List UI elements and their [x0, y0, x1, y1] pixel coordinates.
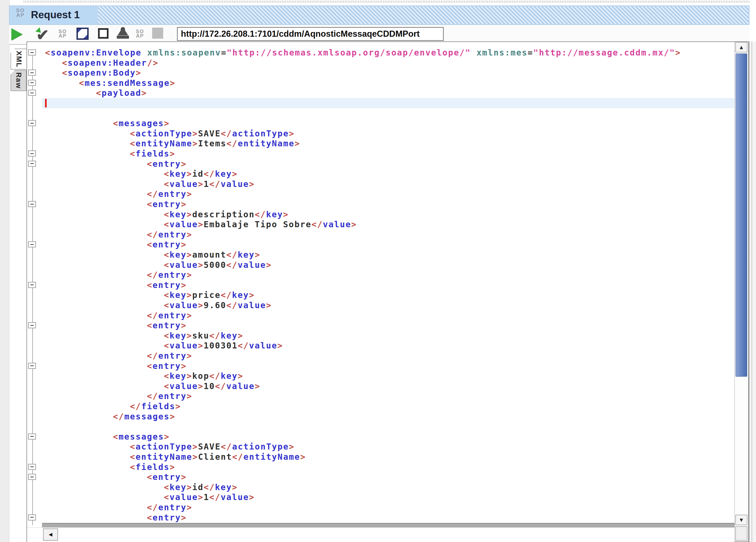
window-right-frame-line — [752, 41, 752, 542]
code-line: <key>id</key> — [42, 169, 734, 179]
horizontal-scrollbar-track[interactable] — [27, 527, 734, 542]
stamp-icon — [118, 31, 128, 35]
soap-action-button-1[interactable]: SO AP — [57, 29, 69, 38]
code-line: </entry> — [42, 351, 734, 361]
tab-xml-label: XML — [15, 51, 23, 68]
code-line: <key>price</key> — [42, 290, 734, 300]
clone-request-button[interactable] — [117, 27, 129, 41]
code-line: <soapenv:Header/> — [42, 58, 734, 68]
code-line: </fields> — [42, 401, 734, 411]
code-line: <fields> — [42, 149, 734, 159]
code-line: <key>sku</key> — [42, 331, 734, 341]
window-top-hatch — [23, 1, 750, 3]
code-line: <actionType>SAVE</actionType> — [42, 441, 734, 452]
code-line: </entry> — [42, 270, 734, 280]
tab-raw-label: Raw — [14, 72, 23, 89]
window-title: Request 1 — [31, 9, 80, 21]
code-line: <value>5000</value> — [42, 260, 734, 270]
code-line: <actionType>SAVE</actionType> — [42, 128, 734, 139]
code-line: <entry> — [42, 239, 734, 250]
code-line: <entityName>Client</entityName> — [42, 452, 734, 462]
code-line: <value>100301</value> — [42, 340, 734, 351]
code-line: <entry> — [42, 320, 734, 331]
code-line: <entry> — [42, 280, 734, 290]
code-line: <entry> — [42, 199, 734, 209]
soap-icon-bottom-text: AP — [13, 13, 28, 17]
soapui-request-icon: SO AP — [13, 8, 28, 17]
code-line: <entry> — [42, 472, 734, 482]
recreate-request-button[interactable] — [76, 28, 89, 40]
submit-request-button[interactable] — [11, 28, 22, 40]
code-line: <messages> — [42, 118, 734, 128]
code-line: <entityName>Items</entityName> — [42, 138, 734, 149]
code-line: <soapenv:Body> — [42, 68, 734, 78]
code-line: <value>9.60</value> — [42, 300, 734, 310]
xml-code-area[interactable]: <soapenv:Envelope xmlns:soapenv="http://… — [27, 42, 734, 541]
scroll-up-icon: ▲ — [739, 44, 744, 51]
code-line: </entry> — [42, 391, 734, 401]
endpoint-url-field[interactable]: http://172.26.208.1:7101/cddm/AqnosticMe… — [177, 27, 444, 41]
titlebar-pattern — [98, 6, 749, 24]
code-line: </entry> — [42, 229, 734, 240]
soapui-request-window: SO AP Request 1 ✔ SO AP SO AP http://172… — [0, 0, 756, 542]
scroll-down-icon: ▼ — [739, 517, 744, 523]
window-left-strip — [0, 0, 9, 542]
code-line: <value>Embalaje Tipo Sobre</value> — [42, 219, 734, 229]
code-line: <entry> — [42, 159, 734, 169]
code-line: </entry> — [42, 502, 734, 512]
vertical-scrollbar-thumb[interactable] — [736, 54, 747, 377]
create-empty-button[interactable] — [98, 28, 109, 39]
code-line: <entry> — [42, 512, 734, 523]
code-line: <mes:sendMessage> — [42, 78, 734, 88]
scroll-left-icon: ◄ — [47, 531, 54, 538]
code-line: </entry> — [42, 189, 734, 199]
code-line: <payload> — [42, 88, 734, 98]
window-right-frame — [749, 41, 756, 542]
code-line: <messages> — [42, 432, 734, 442]
scroll-down-button[interactable]: ▼ — [735, 515, 747, 525]
scrollbar-corner — [735, 526, 747, 541]
soap-letters-icon: AP — [134, 34, 146, 38]
add-to-testcase-button[interactable]: ✔ — [36, 28, 50, 43]
tab-raw[interactable]: Raw — [10, 70, 27, 91]
code-line: <key>kop</key> — [42, 371, 734, 381]
stamp-icon — [117, 36, 129, 39]
tab-xml[interactable]: XML — [10, 49, 27, 70]
xml-editor-panel[interactable]: <soapenv:Envelope xmlns:soapenv="http://… — [27, 41, 749, 542]
soap-letters-icon: AP — [57, 34, 69, 38]
code-line: <value>1</value> — [42, 179, 734, 189]
stamp-icon — [121, 27, 125, 31]
soap-action-button-2[interactable]: SO AP — [134, 29, 146, 38]
code-line: <soapenv:Envelope xmlns:soapenv="http://… — [42, 47, 734, 58]
code-line: <value>10</value> — [42, 381, 734, 391]
code-line: </entry> — [42, 310, 734, 321]
disabled-button — [152, 28, 163, 39]
code-line: <entry> — [42, 361, 734, 371]
caret-line-highlight — [42, 98, 734, 108]
scroll-up-button[interactable]: ▲ — [735, 42, 747, 52]
internal-frame-titlebar[interactable]: SO AP Request 1 — [9, 6, 749, 25]
code-line: <value>1</value> — [42, 492, 734, 502]
code-line: <key>id</key> — [42, 482, 734, 492]
code-line: <key>description</key> — [42, 209, 734, 220]
scroll-left-button[interactable]: ◄ — [43, 528, 58, 541]
text-caret — [45, 99, 47, 107]
code-line: <key>amount</key> — [42, 250, 734, 260]
code-line: </messages> — [42, 411, 734, 422]
code-line: <fields> — [42, 462, 734, 472]
vertical-scrollbar[interactable]: ▲ ▼ — [734, 42, 748, 541]
